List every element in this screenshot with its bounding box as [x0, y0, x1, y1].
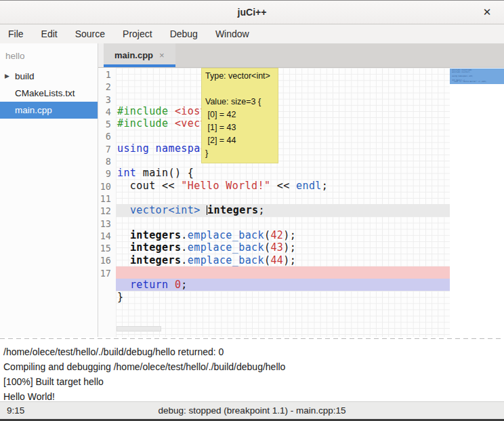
line-number[interactable]: 3	[98, 94, 116, 106]
line-number[interactable]: 15	[98, 242, 116, 254]
line-number[interactable]: 6	[98, 130, 116, 142]
sidebar-item-label: CMakeLists.txt	[15, 88, 75, 98]
output-line: Hello World!	[3, 389, 501, 401]
sidebar-item-main-cpp[interactable]: main.cpp	[0, 102, 98, 119]
code-line-2: #include <vector>	[116, 117, 450, 129]
expander-triangle-icon[interactable]: ▶	[5, 73, 9, 79]
sidebar-item-build[interactable]: ▶build	[0, 68, 98, 85]
file-tree: ▶buildCMakeLists.txtmain.cpp	[0, 68, 98, 119]
code-area[interactable]: #include <iostream>#include <vector>usin…	[116, 68, 450, 337]
code-line-4: using namespace std;	[116, 142, 450, 155]
line-number[interactable]: 17	[98, 267, 116, 279]
line-number[interactable]: 1	[98, 68, 116, 81]
tab-bar-edge	[98, 43, 104, 67]
output-line: [100%] Built target hello	[3, 374, 501, 389]
project-name: hello	[0, 47, 98, 68]
menu-source[interactable]: Source	[68, 26, 112, 42]
line-number[interactable]: 16	[98, 254, 116, 266]
menu-file[interactable]: File	[1, 26, 30, 42]
horizontal-scrollbar-thumb[interactable]	[117, 326, 161, 332]
debug-status: debug: stopped (breakpoint 1.1) - main.c…	[0, 405, 504, 416]
source-minimap[interactable]: #include <iostream> #include <vector> us…	[450, 68, 504, 337]
code-line-1: #include <iostream>	[116, 105, 450, 117]
pane-resize-handle[interactable]	[0, 337, 504, 341]
code-line-3	[116, 130, 450, 142]
line-number[interactable]: 12	[98, 205, 116, 217]
line-number[interactable]: 5	[98, 118, 116, 130]
line-number[interactable]: 2	[98, 81, 116, 93]
tab-main-cpp[interactable]: main.cpp ×	[104, 43, 175, 67]
code-line-13: integers.emplace_back(44);	[116, 254, 450, 266]
line-number[interactable]: 10	[98, 180, 116, 193]
active-tab-indicator	[104, 64, 175, 67]
tab-label: main.cpp	[114, 50, 153, 60]
output-line: Compiling and debugging /home/olece/test…	[3, 359, 501, 374]
code-line-15: return 0;	[116, 279, 450, 291]
editor-area: 1234567891011121314151617 #include <iost…	[98, 68, 504, 337]
line-number[interactable]: 13	[98, 218, 116, 230]
sidebar-item-label: main.cpp	[15, 105, 52, 115]
code-line-7: cout << "Hello World!" << endl;	[116, 180, 450, 192]
sidebar-item-cmakelists-txt[interactable]: CMakeLists.txt	[0, 85, 98, 102]
title-bar: juCi++ ✕	[0, 1, 504, 24]
code-line-17	[116, 304, 450, 316]
editor-notebook: main.cpp × 1234567891011121314151617 #in…	[98, 43, 504, 337]
menu-window[interactable]: Window	[209, 26, 256, 42]
line-number[interactable]: 8	[98, 155, 116, 167]
status-bar: 9:15 debug: stopped (breakpoint 1.1) - m…	[0, 401, 504, 419]
line-number[interactable]: 11	[98, 193, 116, 205]
window-title: juCi++	[238, 7, 267, 18]
menu-bar: FileEditSourceProjectDebugWindow	[0, 24, 504, 43]
code-line-16: }	[116, 291, 450, 303]
menu-project[interactable]: Project	[116, 26, 159, 42]
minimap-code: #include <iostream> #include <vector> us…	[452, 70, 502, 84]
output-line: /home/olece/test/hello/./build/debug/hel…	[3, 344, 501, 359]
code-line-14	[116, 266, 450, 279]
line-number-gutter: 1234567891011121314151617	[98, 68, 116, 337]
code-line-11: integers.emplace_back(42);	[116, 229, 450, 241]
code-line-5	[116, 155, 450, 167]
tab-bar: main.cpp ×	[98, 43, 504, 68]
line-number[interactable]: 4	[98, 106, 116, 118]
minimap-viewport-slider[interactable]: #include <iostream> #include <vector> us…	[450, 68, 504, 84]
line-number[interactable]: 7	[98, 143, 116, 155]
line-number[interactable]: 9	[98, 167, 116, 180]
build-output-panel: /home/olece/test/hello/./build/debug/hel…	[0, 341, 504, 401]
tab-close-icon[interactable]: ×	[159, 50, 165, 60]
app-window: juCi++ ✕ FileEditSourceProjectDebugWindo…	[0, 0, 504, 421]
debug-value-tooltip: Type: vector<int> Value: size=3 { [0] = …	[201, 68, 278, 163]
line-number[interactable]: 14	[98, 230, 116, 242]
file-tree-sidebar: hello ▶buildCMakeLists.txtmain.cpp	[0, 43, 98, 337]
code-line-6: int main() {	[116, 167, 450, 179]
menu-edit[interactable]: Edit	[35, 26, 64, 42]
close-icon[interactable]: ✕	[480, 5, 495, 20]
code-line-10	[116, 217, 450, 229]
code-line-9: vector<int> integers;	[116, 204, 450, 216]
code-line-12: integers.emplace_back(43);	[116, 241, 450, 254]
menu-debug[interactable]: Debug	[163, 26, 205, 42]
code-line-8	[116, 192, 450, 204]
sidebar-item-label: build	[15, 71, 35, 81]
